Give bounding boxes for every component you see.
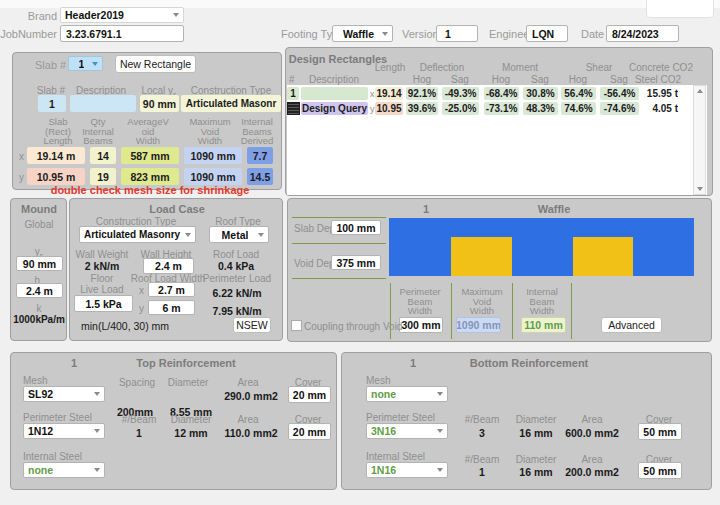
slab-length-y-cell[interactable]: 10.95 m — [27, 168, 85, 185]
design-rectangles-title: Design Rectangles — [289, 53, 387, 65]
job-number-input[interactable]: 3.23.6791.1 — [60, 25, 184, 42]
internal-steel-select[interactable]: 1N16 — [366, 462, 448, 478]
maximum-void-width-value: 1090 mm — [456, 317, 501, 333]
row-description-cell — [301, 87, 368, 100]
width-guide-line — [451, 283, 452, 339]
mesh-value: none — [371, 388, 396, 400]
advanced-button[interactable]: Advanced — [601, 317, 662, 333]
col-header-length: Slab(Rect)Length — [43, 117, 72, 146]
slab-length-x-cell[interactable]: 19.14 m — [27, 147, 85, 164]
nsew-button[interactable]: NSEW — [233, 317, 271, 333]
new-rectangle-button[interactable]: New Rectangle — [115, 55, 196, 73]
area-header: Area — [581, 454, 602, 465]
header-concrete-co2: Concrete CO2 — [629, 62, 693, 73]
row-num-cell: 1 — [287, 87, 299, 100]
version-input[interactable]: 1 — [436, 25, 478, 42]
k-value: 1000kPa/m — [13, 314, 65, 325]
qty-beams-y-cell[interactable]: 19 — [90, 168, 116, 185]
perimeter-cover-input[interactable]: 20 mm — [288, 423, 331, 440]
brand-select[interactable]: Header2019 — [60, 7, 184, 23]
perimeter-per-beam-value: 3 — [479, 427, 485, 439]
waffle-title: Waffle — [538, 203, 571, 215]
header-moment: Moment — [502, 62, 538, 73]
roof-width-x-input[interactable]: 2.7 m — [148, 282, 195, 297]
design-query-grid-icon[interactable] — [287, 102, 300, 115]
spacing-header: Spacing — [119, 377, 155, 388]
engineer-value: LQN — [532, 28, 554, 40]
qty-beams-x-cell[interactable]: 14 — [90, 147, 116, 164]
slab-depth-input[interactable]: 100 mm — [331, 220, 381, 235]
scroll-down-icon[interactable] — [697, 187, 703, 191]
header-steel-co2: Steel CO2 — [635, 74, 681, 85]
wall-weight-label: Wall Weight — [76, 249, 129, 260]
slab-selector[interactable]: 1 — [68, 56, 103, 71]
brand-label: Brand — [0, 10, 57, 22]
chevron-down-icon — [437, 468, 443, 472]
construction-type-value: Articulated Masonry Ven — [84, 229, 183, 240]
chevron-down-icon — [437, 429, 443, 433]
perimeter-beam-width-label: PerimeterBeamWidth — [399, 287, 440, 316]
perimeter-steel-value: 1N12 — [28, 425, 53, 437]
coupling-through-void-label: Coupling through Void — [304, 321, 402, 332]
scroll-up-icon[interactable] — [697, 89, 703, 93]
mom-hog-cell: -68.4% — [484, 87, 519, 100]
design-rectangle-row[interactable]: 1 x 19.14 92.1% -49.3% -68.4% 30.8% 56.4… — [287, 87, 693, 100]
date-input[interactable]: 8/24/2023 — [606, 25, 679, 42]
mesh-select[interactable]: none — [366, 386, 448, 402]
perimeter-steel-select[interactable]: 1N12 — [23, 423, 105, 439]
date-value: 8/24/2023 — [612, 28, 659, 40]
per-beam-header: #/Beam — [465, 454, 499, 465]
perimeter-beam-width-input[interactable]: 300 mm — [399, 317, 443, 333]
waffle-panel: 1 Waffle Slab Depth 100 mm Void Depth 37… — [287, 198, 712, 342]
roof-width-y-input[interactable]: 6 m — [148, 300, 195, 315]
chevron-down-icon — [94, 392, 100, 396]
mesh-label: Mesh — [366, 375, 390, 386]
live-load-input[interactable]: 1.5 kPa — [74, 295, 133, 312]
perimeter-load-x-value: 6.22 kN/m — [212, 287, 261, 299]
footing-type-select[interactable]: Waffle — [332, 25, 393, 42]
wall-height-input[interactable]: 2.4 m — [143, 258, 194, 274]
load-case-panel: Load Case Construction Type Articulated … — [69, 198, 283, 341]
avg-void-x-cell[interactable]: 587 mm — [121, 147, 179, 164]
construction-type-cell[interactable]: Articulated Masonr — [181, 95, 281, 112]
mesh-select[interactable]: SL92 — [23, 386, 105, 402]
roof-width-x-label: x — [139, 285, 144, 296]
avg-void-y-cell[interactable]: 823 mm — [121, 168, 179, 185]
construction-type-select[interactable]: Articulated Masonry Ven — [79, 226, 196, 243]
void-depth-input[interactable]: 375 mm — [331, 255, 381, 270]
design-query-button[interactable]: Design Query — [301, 102, 368, 115]
slab-selector-label: Slab # — [35, 59, 66, 71]
internal-steel-value: 1N16 — [371, 464, 396, 476]
engineer-input[interactable]: LQN — [526, 25, 568, 42]
ys-input[interactable]: 90 mm — [16, 256, 63, 271]
perimeter-cover-input[interactable]: 50 mm — [638, 423, 682, 440]
defl-hog-cell: 92.1% — [406, 87, 438, 100]
perimeter-steel-select[interactable]: 3N16 — [366, 423, 448, 439]
internal-steel-select[interactable]: none — [23, 462, 105, 478]
shear-hog-cell: 56.4% — [561, 87, 596, 100]
list-scrollbar[interactable] — [693, 85, 706, 195]
coupling-through-void-checkbox[interactable] — [291, 320, 302, 331]
internal-per-beam-value: 1 — [479, 466, 485, 478]
slab-description-cell[interactable] — [70, 95, 136, 112]
design-rectangle-row[interactable]: Design Query y 10.95 39.6% -25.0% -73.1%… — [287, 102, 693, 115]
header-deflection: Deflection — [420, 62, 464, 73]
mesh-cover-input[interactable]: 20 mm — [288, 386, 331, 403]
hs-input[interactable]: 2.4 m — [16, 283, 63, 298]
local-ys-cell[interactable]: 90 mm — [140, 95, 179, 112]
internal-beam-width-value: 110 mm — [521, 317, 566, 333]
perimeter-diameter-value: 16 mm — [519, 427, 552, 439]
internal-steel-label: Internal Steel — [366, 451, 425, 462]
slab-id-cell[interactable]: 1 — [38, 95, 66, 112]
header-mom-hog: Hog — [492, 74, 510, 85]
co2-cell: 15.95 t — [632, 87, 678, 100]
date-label: Date — [581, 28, 604, 40]
mesh-value: SL92 — [28, 388, 53, 400]
area-header: Area — [237, 414, 258, 425]
internal-cover-input[interactable]: 50 mm — [638, 462, 682, 479]
chevron-down-icon — [437, 392, 443, 396]
roof-type-select[interactable]: Metal — [209, 226, 269, 243]
defl-hog-cell: 39.6% — [406, 102, 438, 115]
perimeter-steel-value: 3N16 — [371, 425, 396, 437]
chevron-down-icon — [94, 468, 100, 472]
